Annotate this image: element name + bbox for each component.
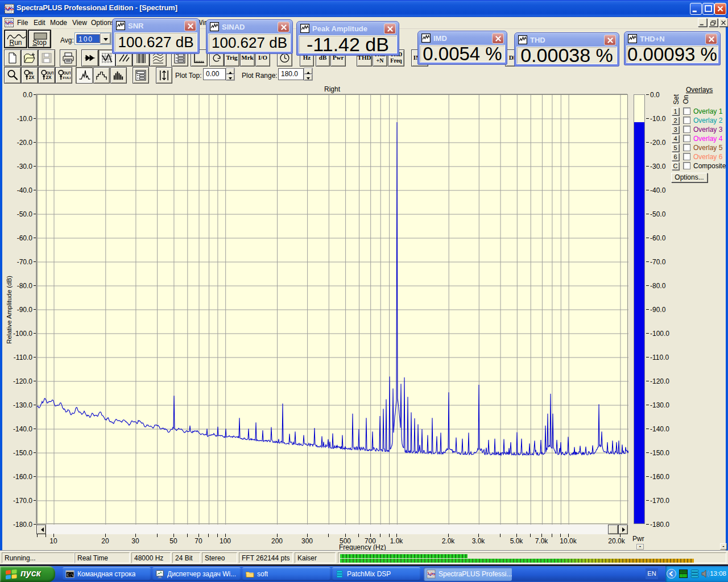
svg-text:FULL: FULL (63, 76, 71, 80)
svg-text:2X: 2X (46, 75, 52, 80)
svg-text:OUT: OUT (64, 71, 71, 75)
svg-text:IN: IN (30, 71, 34, 75)
svg-text:2X: 2X (29, 75, 35, 80)
svg-text:OUT: OUT (47, 71, 53, 75)
svg-text:C:\: C:\ (67, 573, 74, 577)
